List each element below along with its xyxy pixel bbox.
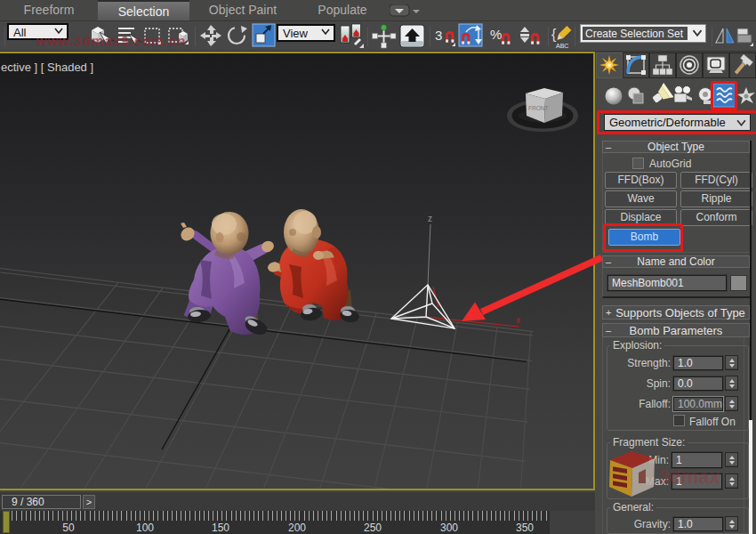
svg-text:FRONT: FRONT — [528, 105, 548, 111]
svg-text:3: 3 — [435, 28, 442, 43]
svg-text:{: { — [551, 27, 557, 42]
svg-text:%: % — [490, 27, 502, 42]
svg-text:3dmax: 3dmax — [658, 465, 720, 488]
svg-text:x: x — [516, 315, 520, 325]
svg-text:ABC: ABC — [556, 43, 568, 49]
svg-text:z: z — [428, 214, 432, 223]
